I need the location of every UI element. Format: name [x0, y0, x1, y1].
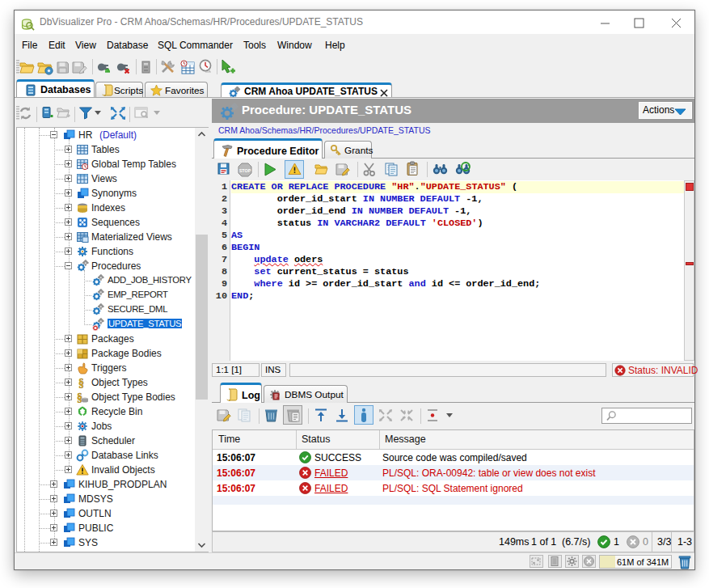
svg-text:STOP: STOP	[239, 168, 251, 173]
